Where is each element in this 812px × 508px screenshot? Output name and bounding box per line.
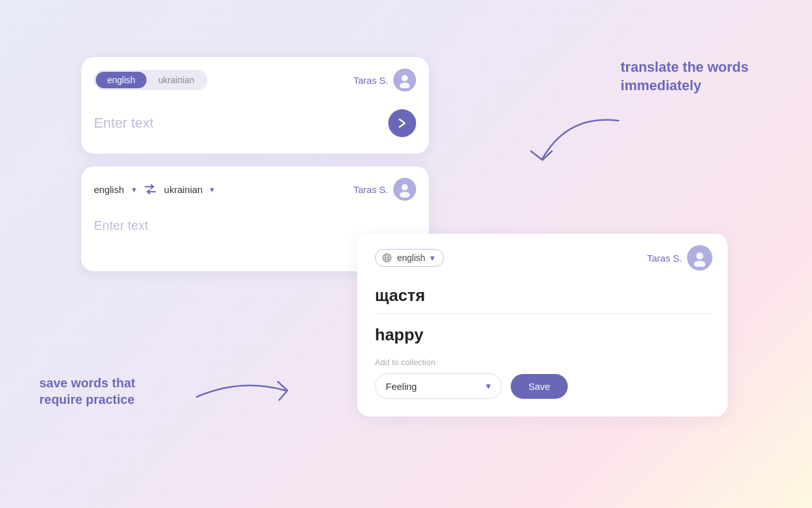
chevron-to-icon[interactable]: ▾ [210,185,214,194]
card1-header: english ukrainian Taras S. [94,69,416,91]
card2-header: english ▾ ukrainian ▾ Taras S. [94,178,416,201]
card3-header: english ▾ Taras S. [375,245,712,271]
language-row: english ▾ ukrainian ▾ [94,182,214,197]
lang-from[interactable]: english [94,184,124,195]
svg-point-3 [400,192,410,197]
lang-to[interactable]: ukrainian [164,184,203,195]
arrow-icon-2 [184,365,311,416]
lang-english-active[interactable]: english [96,72,147,88]
word-divider [375,313,712,314]
collection-value: Feeling [386,381,417,392]
svg-point-2 [402,184,408,190]
annotation-translate: translate the words immediately [620,58,749,95]
avatar [393,69,416,91]
submit-button[interactable] [388,109,416,137]
add-collection-label: Add to collection [375,358,712,367]
card1-body: Enter text [94,103,416,141]
lang-ukrainian-inactive[interactable]: ukrainian [147,72,206,88]
svg-point-9 [697,253,704,260]
card3-lang: english [397,253,425,263]
save-row: Feeling ▾ Save [375,373,712,399]
annotation-save: save words that require practice [39,375,135,408]
enter-text-placeholder-2[interactable]: Enter text [94,218,148,232]
chevron-collection-icon: ▾ [486,380,491,392]
user-name-3: Taras S. [647,253,682,264]
chevron-lang-icon: ▾ [430,253,435,263]
user-info: Taras S. [353,69,416,91]
word-original: щастя [375,286,712,305]
globe-icon [382,253,392,263]
user-name-2: Taras S. [353,184,388,195]
arrow-icon-1 [517,108,631,178]
svg-point-10 [694,261,705,267]
language-globe-selector[interactable]: english ▾ [375,249,444,267]
avatar-3 [687,245,712,271]
card-translate-simple: english ukrainian Taras S. Enter text [81,57,429,154]
language-toggle[interactable]: english ukrainian [94,70,207,90]
user-info-3: Taras S. [647,245,712,271]
user-info-2: Taras S. [353,178,416,201]
word-translated: happy [375,325,712,345]
avatar-2 [393,178,416,201]
card-word-detail: english ▾ Taras S. щастя happy Add to co… [357,234,728,417]
svg-point-0 [402,75,408,81]
enter-text-placeholder[interactable]: Enter text [94,115,154,131]
svg-point-1 [400,83,410,88]
save-button[interactable]: Save [511,374,568,399]
chevron-from-icon[interactable]: ▾ [132,185,136,194]
collection-dropdown[interactable]: Feeling ▾ [375,373,502,399]
swap-icon[interactable] [143,182,158,197]
user-name: Taras S. [353,75,388,86]
